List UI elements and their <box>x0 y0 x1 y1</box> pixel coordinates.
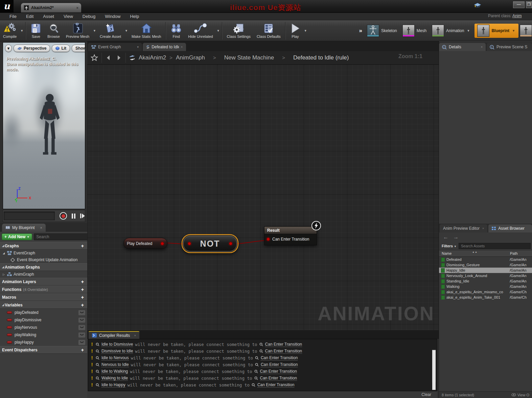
mesh-button[interactable]: Mesh <box>400 25 429 37</box>
maximize-button[interactable]: ❐ <box>526 1 532 8</box>
add-graph-button[interactable]: + <box>80 243 85 249</box>
play-caret[interactable]: ▼ <box>304 29 307 32</box>
clear-button[interactable]: Clear <box>421 392 431 397</box>
transition-link[interactable]: Walking to Idle <box>101 376 128 381</box>
transition-link[interactable]: Idle to Dismissive <box>101 342 133 347</box>
animation-caret[interactable]: ▼ <box>467 29 470 32</box>
my-blueprint-tab-close-icon[interactable]: × <box>40 226 42 230</box>
output-pin[interactable] <box>229 242 232 245</box>
graphs-section-header[interactable]: ◢ Graphs + <box>0 242 87 250</box>
play-defeated-node[interactable]: Play Defeated <box>123 238 167 249</box>
expand-arrow-icon[interactable]: ◢ <box>2 303 5 306</box>
menu-debug[interactable]: Debug <box>78 14 100 19</box>
expand-arrow-icon[interactable]: ◢ <box>2 244 5 247</box>
compile-button[interactable]: Compile <box>0 21 20 41</box>
transition-link[interactable]: Idle to Nervous <box>101 355 129 360</box>
hide-unrelated-caret[interactable]: ▼ <box>217 29 220 32</box>
animation-button[interactable]: Animation ▼ <box>429 25 473 37</box>
input-pin[interactable] <box>188 242 191 245</box>
preview-scene-settings-tab[interactable]: i Preview Scene S <box>487 43 532 51</box>
asset-row[interactable]: akai_e_espiritu_Anim_Take_001 /Game/Ch <box>439 295 532 300</box>
blueprint-caret[interactable]: ▼ <box>512 29 515 32</box>
tab-close-icon[interactable]: × <box>181 45 183 49</box>
play-button[interactable]: Play <box>287 21 303 41</box>
class-defaults-button[interactable]: Class Defaults <box>254 21 284 41</box>
class-settings-button[interactable]: Class Settings <box>224 21 254 41</box>
event-dispatchers-section-header[interactable]: Event Dispatchers + <box>0 346 87 354</box>
variable-visibility-icon[interactable] <box>78 310 85 315</box>
not-node-selected[interactable]: NOT <box>182 234 238 253</box>
functions-section-header[interactable]: Functions (4 Overridable) + <box>0 285 87 293</box>
perspective-button[interactable]: Perspective <box>14 45 50 52</box>
add-event-dispatcher-button[interactable]: + <box>80 347 85 353</box>
step-forward-button[interactable] <box>80 214 85 218</box>
variable-visibility-icon[interactable] <box>78 318 85 323</box>
asset-row[interactable]: Dismissing_Gesture /Game/An <box>439 262 532 268</box>
add-animation-layer-button[interactable]: + <box>80 279 85 284</box>
asset-browser-tab[interactable]: Asset Browser <box>488 224 532 232</box>
variable-row[interactable]: playNervous <box>0 324 87 331</box>
menu-view[interactable]: View <box>59 14 78 19</box>
animation-graphs-section-header[interactable]: ◢ Animation Graphs <box>0 263 87 271</box>
can-enter-transition-link[interactable]: Can Enter Transition <box>261 362 298 367</box>
history-forward-icon[interactable]: → <box>453 234 459 240</box>
minimize-button[interactable]: — <box>513 1 525 8</box>
menu-file[interactable]: File <box>5 14 21 19</box>
scrollbar-thumb[interactable] <box>432 350 436 390</box>
record-button[interactable] <box>60 212 67 220</box>
asset-search-input[interactable] <box>459 243 531 249</box>
can-enter-transition-link[interactable]: Can Enter Transition <box>261 355 298 360</box>
compiler-scrollbar[interactable] <box>432 349 436 382</box>
event-graph-tab[interactable]: Event Graph ▾ <box>88 43 142 51</box>
find-button[interactable]: Find <box>167 21 185 41</box>
expand-arrow-icon[interactable]: ◢ <box>3 252 5 255</box>
variable-row[interactable]: playDismissive <box>0 316 87 324</box>
collapse-arrow-icon[interactable]: ▷ <box>3 273 5 276</box>
add-macro-button[interactable]: + <box>80 295 85 300</box>
macros-section-header[interactable]: Macros + <box>0 293 87 301</box>
preview-viewport[interactable]: ▾ Perspective Lit Show C Previewing Akai… <box>3 42 85 209</box>
transition-link[interactable]: Nervous to Idle <box>101 362 129 367</box>
can-enter-transition-link[interactable]: Can Enter Transition <box>257 382 294 388</box>
blueprint-button[interactable]: Blueprint ▼ <box>475 24 518 38</box>
menu-asset[interactable]: Asset <box>38 14 59 19</box>
view-options-button[interactable]: View O <box>511 393 529 397</box>
save-button[interactable]: Save <box>27 21 44 41</box>
variable-visibility-icon[interactable] <box>78 325 85 330</box>
show-button[interactable]: Show <box>72 45 85 52</box>
asset-row[interactable]: Defeated /Game/An <box>439 257 532 262</box>
column-name[interactable]: Name <box>442 251 452 255</box>
menu-help[interactable]: Help <box>125 14 144 19</box>
add-new-button[interactable]: + Add New ▼ <box>2 233 32 240</box>
parent-class-link[interactable]: Anim <box>512 14 522 18</box>
tab-close-icon[interactable]: × <box>76 6 78 10</box>
variable-row[interactable]: playWalking <box>0 331 87 339</box>
skeleton-button[interactable]: Skeleton <box>364 25 400 37</box>
history-back-icon[interactable]: ← <box>443 234 448 240</box>
can-enter-transition-link[interactable]: Can Enter Transition <box>260 376 297 381</box>
result-node[interactable]: Result Can Enter Transition <box>264 226 317 245</box>
document-tab[interactable]: AkaiAnim2* × <box>21 3 81 13</box>
graph-canvas[interactable]: ANIMATION Play Defeated NOT Result Can E… <box>87 65 439 330</box>
transition-link[interactable]: Dismissive to Idle <box>101 349 133 354</box>
transition-link[interactable]: Idle to Walking <box>101 369 128 374</box>
make-static-mesh-button[interactable]: Make Static Mesh <box>129 21 164 41</box>
asset-row[interactable]: Nervously_Look_Around /Game/An <box>439 273 532 278</box>
variable-row[interactable]: playDefeated <box>0 309 87 316</box>
create-asset-button[interactable]: Create Asset <box>97 21 124 41</box>
breadcrumb-item[interactable]: AnimGraph <box>176 54 205 61</box>
tab-close-icon[interactable]: × <box>481 45 483 49</box>
can-enter-transition-link[interactable]: Can Enter Transition <box>265 342 302 347</box>
hide-unrelated-button[interactable]: Hide Unrelated <box>185 21 216 41</box>
add-variable-button[interactable]: + <box>80 302 85 308</box>
tab-close-icon[interactable]: × <box>482 227 484 230</box>
forward-arrow-icon[interactable] <box>115 55 122 61</box>
variable-visibility-icon[interactable] <box>78 332 85 338</box>
menu-edit[interactable]: Edit <box>21 14 38 19</box>
can-enter-transition-pin[interactable] <box>267 238 270 241</box>
filters-button[interactable]: Filters ▼ <box>442 244 457 248</box>
details-tab[interactable]: i Details × <box>439 43 486 51</box>
browse-button[interactable]: Browse <box>44 21 63 41</box>
transition-link[interactable]: Idle to Happy <box>101 382 125 388</box>
asset-row[interactable]: Walking /Game/An <box>439 284 532 289</box>
